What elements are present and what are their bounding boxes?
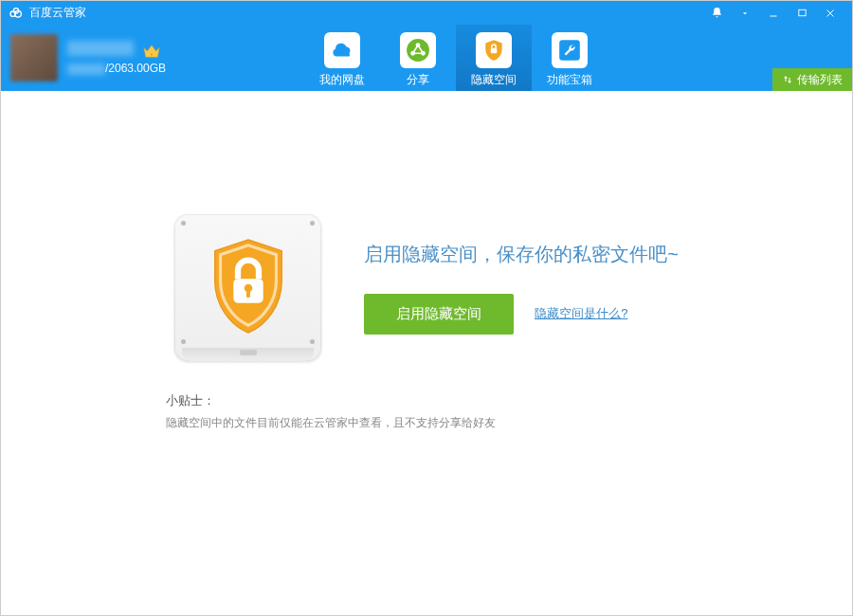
enable-button[interactable]: 启用隐藏空间 — [364, 294, 514, 335]
storage-text: /2063.00GB — [67, 62, 166, 75]
maximize-button[interactable] — [788, 1, 816, 25]
hero-text: 启用隐藏空间，保存你的私密文件吧~ 启用隐藏空间 隐藏空间是什么? — [364, 242, 679, 335]
header: /2063.00GB 我的网盘 分享 隐藏空间 功能宝箱 — [1, 25, 852, 91]
help-link[interactable]: 隐藏空间是什么? — [535, 305, 627, 322]
shield-lock-large-icon — [201, 236, 296, 340]
wrench-icon — [557, 38, 582, 63]
tips-section: 小贴士： 隐藏空间中的文件目前仅能在云管家中查看，且不支持分享给好友 — [161, 390, 692, 434]
share-icon — [406, 38, 430, 63]
app-title: 百度云管家 — [29, 5, 86, 21]
shield-lock-icon — [481, 38, 506, 63]
svg-rect-12 — [491, 47, 498, 52]
svg-point-7 — [151, 54, 153, 56]
close-button[interactable] — [816, 1, 844, 25]
main-content: 启用隐藏空间，保存你的私密文件吧~ 启用隐藏空间 隐藏空间是什么? 小贴士： 隐… — [1, 91, 852, 616]
tab-label: 隐藏空间 — [471, 72, 517, 88]
close-icon — [825, 8, 836, 19]
tab-label: 功能宝箱 — [547, 72, 592, 88]
dropdown-button[interactable] — [731, 1, 759, 25]
avatar[interactable] — [10, 34, 58, 82]
transfer-list-button[interactable]: 传输列表 — [772, 68, 852, 91]
disk-illustration — [174, 214, 321, 361]
tips-body: 隐藏空间中的文件目前仅能在云管家中查看，且不支持分享给好友 — [166, 413, 692, 434]
transfer-icon — [782, 74, 793, 85]
tab-label: 分享 — [407, 72, 429, 88]
cloud-icon — [330, 38, 354, 63]
username — [67, 41, 134, 56]
user-section[interactable]: /2063.00GB — [10, 25, 304, 91]
crown-icon — [141, 43, 162, 60]
svg-rect-16 — [246, 289, 250, 297]
maximize-icon — [797, 8, 808, 18]
svg-point-8 — [407, 39, 429, 62]
hero-title: 启用隐藏空间，保存你的私密文件吧~ — [364, 242, 679, 267]
cloud-logo-icon — [9, 6, 24, 21]
app-logo-title: 百度云管家 — [9, 5, 86, 21]
tab-toolbox[interactable]: 功能宝箱 — [532, 25, 608, 91]
notification-button[interactable] — [702, 1, 731, 25]
minimize-icon — [768, 8, 779, 19]
titlebar: 百度云管家 — [1, 1, 852, 25]
nav-tabs: 我的网盘 分享 隐藏空间 功能宝箱 — [304, 25, 608, 91]
hero-actions: 启用隐藏空间 隐藏空间是什么? — [364, 294, 679, 335]
bell-icon — [711, 7, 723, 19]
user-info: /2063.00GB — [67, 41, 166, 76]
window-controls — [702, 1, 844, 25]
tab-label: 我的网盘 — [319, 72, 365, 88]
svg-rect-4 — [798, 9, 805, 15]
minimize-button[interactable] — [759, 1, 788, 25]
tab-hidden-space[interactable]: 隐藏空间 — [456, 25, 532, 91]
transfer-label: 传输列表 — [797, 72, 843, 88]
chevron-down-icon — [740, 9, 750, 18]
hero: 启用隐藏空间，保存你的私密文件吧~ 启用隐藏空间 隐藏空间是什么? — [174, 214, 679, 361]
tab-share[interactable]: 分享 — [380, 25, 456, 91]
tab-my-disk[interactable]: 我的网盘 — [304, 25, 380, 91]
tips-title: 小贴士： — [166, 390, 692, 411]
